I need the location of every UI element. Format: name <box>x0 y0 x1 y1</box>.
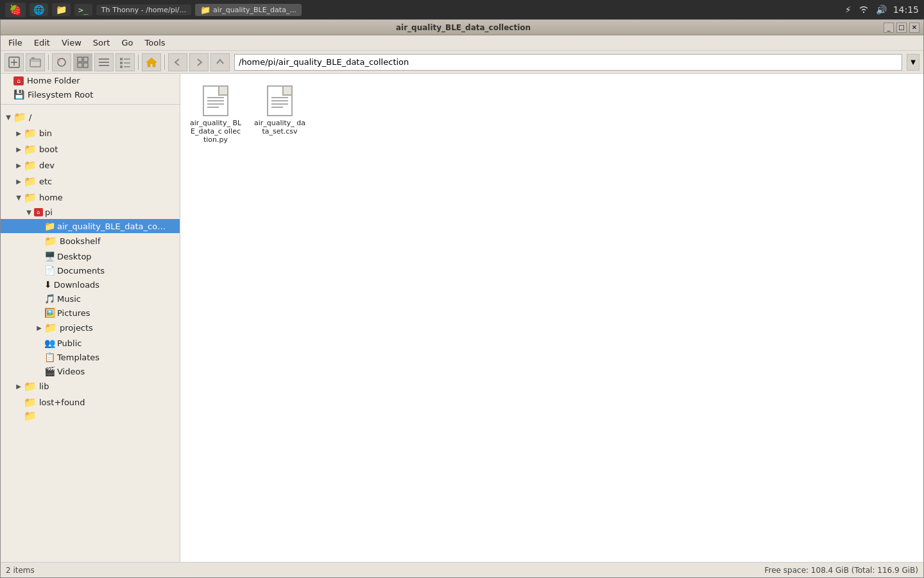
minimize-button[interactable]: _ <box>884 22 894 33</box>
lib-folder-icon: 📁 <box>24 380 37 392</box>
projects-label: projects <box>60 323 93 333</box>
sidebar-item-music[interactable]: 🎵 Music <box>1 292 180 306</box>
boot-expand-arrow: ▶ <box>13 146 24 153</box>
desktop-label: Desktop <box>57 252 92 261</box>
sidebar-item-templates[interactable]: 📋 Templates <box>1 350 180 364</box>
sidebar-item-public[interactable]: 👥 Public <box>1 336 180 350</box>
lib-expand-arrow: ▶ <box>13 383 24 390</box>
lib-label: lib <box>39 381 49 391</box>
sidebar-item-lib[interactable]: ▶ 📁 lib <box>1 378 180 394</box>
sidebar-item-lost-found[interactable]: 📁 lost+found <box>1 394 180 410</box>
sidebar-item-desktop[interactable]: 🖥️ Desktop <box>1 249 180 263</box>
toolbar-separator-1 <box>48 55 49 70</box>
filesystem-root-label: Filesystem Root <box>28 90 93 100</box>
taskbar-app-terminal[interactable]: >_ <box>74 4 92 16</box>
reload-button[interactable] <box>52 53 71 71</box>
home-expand-arrow: ▼ <box>13 194 24 201</box>
pi-expand-arrow: ▼ <box>24 209 34 216</box>
home-button[interactable] <box>142 53 161 71</box>
menu-view[interactable]: View <box>56 37 87 49</box>
taskbar-app-raspberry[interactable]: 🍓 <box>5 3 26 17</box>
address-bar[interactable]: /home/pi/air_quality_BLE_data_collection <box>234 54 902 71</box>
sidebar-item-filesystem-root[interactable]: 💾 Filesystem Root <box>1 87 180 101</box>
pi-home-icon: ⌂ <box>34 208 43 216</box>
boot-label: boot <box>39 144 58 154</box>
templates-label: Templates <box>57 353 99 362</box>
taskbar: 🍓 🌐 📁 >_ Th Thonny - /home/pi/... 📁 air_… <box>0 0 924 19</box>
sidebar-item-home-folder[interactable]: ⌂ Home Folder <box>1 74 180 87</box>
sidebar-item-root[interactable]: ▼ 📁 / <box>1 109 180 125</box>
sidebar: ⌂ Home Folder 💾 Filesystem Root ▼ 📁 / ▶ … <box>1 74 180 562</box>
desktop-folder-icon: 🖥️ <box>44 251 55 261</box>
address-dropdown-button[interactable]: ▼ <box>907 54 920 71</box>
pi-label: pi <box>45 207 53 217</box>
maximize-button[interactable]: □ <box>896 22 907 33</box>
taskbar-app-filemanager[interactable]: 📁 air_quality_BLE_data_... <box>195 4 302 16</box>
sidebar-item-videos[interactable]: 🎬 Videos <box>1 364 180 378</box>
open-button[interactable] <box>26 53 45 71</box>
dev-expand-arrow: ▶ <box>13 162 24 169</box>
volume-icon: 🔊 <box>876 4 887 15</box>
file-icon-csv <box>264 83 295 119</box>
bin-folder-icon: 📁 <box>24 127 37 139</box>
sidebar-item-bin[interactable]: ▶ 📁 bin <box>1 125 180 141</box>
sidebar-item-boot[interactable]: ▶ 📁 boot <box>1 141 180 157</box>
bin-expand-arrow: ▶ <box>13 130 24 137</box>
lost-found-label: lost+found <box>39 398 85 407</box>
menu-tools[interactable]: Tools <box>140 37 171 49</box>
music-folder-icon: 🎵 <box>44 293 55 304</box>
sidebar-item-home[interactable]: ▼ 📁 home <box>1 189 180 206</box>
new-tab-button[interactable] <box>4 53 24 71</box>
sidebar-item-downloads[interactable]: ⬇️ Downloads <box>1 277 180 292</box>
sidebar-item-more[interactable]: 📁 <box>1 410 180 421</box>
sidebar-item-dev[interactable]: ▶ 📁 dev <box>1 157 180 173</box>
drive-icon: 💾 <box>13 89 24 100</box>
detail-view-button[interactable] <box>116 53 135 71</box>
taskbar-app-browser[interactable]: 🌐 <box>30 3 48 16</box>
svg-rect-7 <box>78 63 82 67</box>
file-name-csv: air_quality_ data_set.csv <box>253 119 306 136</box>
bin-label: bin <box>39 128 52 138</box>
menu-file[interactable]: File <box>3 37 28 49</box>
file-manager-window: air_quality_BLE_data_collection _ □ ✕ Fi… <box>0 19 924 578</box>
etc-label: etc <box>39 177 52 186</box>
menu-edit[interactable]: Edit <box>29 37 55 49</box>
projects-folder-icon: 📁 <box>44 322 57 334</box>
taskbar-app-files[interactable]: 📁 <box>52 3 71 16</box>
forward-button[interactable] <box>189 53 209 71</box>
list-view-button[interactable] <box>94 53 114 71</box>
close-button[interactable]: ✕ <box>909 22 920 33</box>
file-area: air_quality_ BLE_data_c ollection.py air… <box>180 74 923 562</box>
sidebar-item-projects[interactable]: ▶ 📁 projects <box>1 320 180 336</box>
back-button[interactable] <box>168 53 187 71</box>
status-bar: 2 items Free space: 108.4 GiB (Total: 11… <box>1 562 923 577</box>
taskbar-app-thonny[interactable]: Th Thonny - /home/pi/... <box>96 4 191 15</box>
free-space: Free space: 108.4 GiB (Total: 116.9 GiB) <box>765 566 918 575</box>
sidebar-item-pi[interactable]: ▼ ⌂ pi <box>1 206 180 219</box>
grid-view-button[interactable] <box>73 53 92 71</box>
root-label: / <box>29 112 31 122</box>
toolbar-separator-3 <box>164 55 165 70</box>
menu-go[interactable]: Go <box>116 37 138 49</box>
file-item-py[interactable]: air_quality_ BLE_data_c ollection.py <box>187 80 244 146</box>
svg-rect-14 <box>120 62 123 64</box>
taskbar-left: 🍓 🌐 📁 >_ Th Thonny - /home/pi/... 📁 air_… <box>5 3 302 17</box>
sidebar-item-etc[interactable]: ▶ 📁 etc <box>1 173 180 189</box>
svg-rect-6 <box>83 57 88 62</box>
up-button[interactable] <box>210 53 230 71</box>
sidebar-item-documents[interactable]: 📄 Documents <box>1 263 180 277</box>
taskbar-right: ⚡ 🔊 14:15 <box>845 4 919 15</box>
sidebar-item-pictures[interactable]: 🖼️ Pictures <box>1 306 180 320</box>
air-quality-label: air_quality_BLE_data_colle... <box>57 222 166 231</box>
sidebar-item-air-quality[interactable]: 📁 air_quality_BLE_data_colle... <box>1 219 180 233</box>
file-item-csv[interactable]: air_quality_ data_set.csv <box>251 80 309 146</box>
sidebar-item-bookshelf[interactable]: 📁 Bookshelf <box>1 233 180 249</box>
etc-folder-icon: 📁 <box>24 175 37 188</box>
menu-sort[interactable]: Sort <box>88 37 116 49</box>
bookshelf-folder-icon: 📁 <box>44 235 57 247</box>
title-bar: air_quality_BLE_data_collection _ □ ✕ <box>1 20 923 35</box>
window-title: air_quality_BLE_data_collection <box>43 23 884 32</box>
sidebar-divider <box>1 104 180 107</box>
pictures-label: Pictures <box>57 308 90 318</box>
documents-label: Documents <box>57 266 105 276</box>
